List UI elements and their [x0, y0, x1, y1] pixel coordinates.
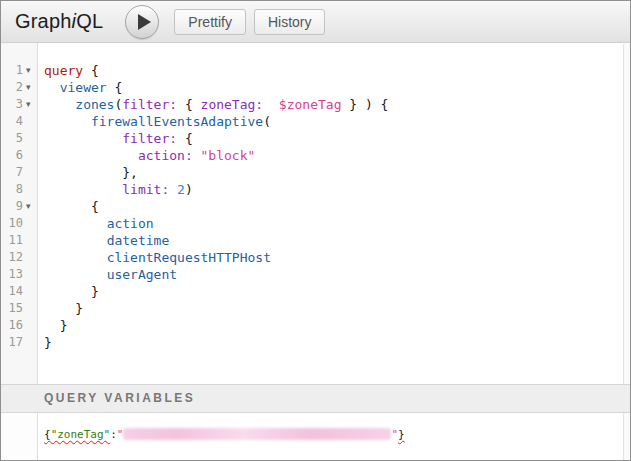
code-token-def: "zoneTag" — [51, 428, 111, 441]
code-line[interactable]: 5 filter: { — [1, 130, 630, 147]
execute-query-button[interactable] — [125, 5, 159, 39]
code-line[interactable]: 8 limit: 2) — [1, 181, 630, 198]
code-line[interactable]: 12 clientRequestHTTPHost — [1, 249, 630, 266]
fold-gutter-spacer — [23, 130, 38, 147]
code-token-attribute: filter: — [122, 131, 177, 146]
fold-gutter-spacer — [23, 147, 38, 164]
code-token-punct: }, — [44, 165, 138, 180]
code-token-attribute: filter: — [122, 97, 177, 112]
play-icon — [138, 14, 151, 30]
code-line-text[interactable]: } — [44, 300, 83, 317]
redacted-zone-tag-value — [123, 428, 391, 440]
code-token-property: action — [107, 216, 154, 231]
code-line[interactable]: 10 action — [1, 215, 630, 232]
fold-arrow-icon[interactable]: ▾ — [23, 79, 38, 96]
code-line[interactable]: 15 } — [1, 300, 630, 317]
variables-line[interactable]: 1 {"zoneTag":""} — [1, 413, 630, 430]
code-token-punct — [44, 131, 122, 146]
code-line[interactable]: 2▾ viewer { — [1, 79, 630, 96]
code-token-attribute: limit: — [122, 182, 169, 197]
code-token-punct: } ) { — [341, 97, 388, 112]
code-token-punct: } — [44, 335, 52, 350]
code-line-text[interactable]: } — [44, 334, 52, 351]
code-line-text[interactable]: action — [44, 215, 154, 232]
variables-gutter — [1, 413, 38, 460]
code-line-text[interactable]: zones(filter: { zoneTag: $zoneTag } ) { — [44, 96, 388, 113]
code-token-punct: } — [44, 301, 83, 316]
code-line-text[interactable]: viewer { — [44, 79, 122, 96]
line-number: 6 — [1, 147, 23, 164]
fold-gutter-spacer — [23, 215, 38, 232]
graphiql-window: GraphiQL Prettify History 1▾query {2▾ vi… — [0, 0, 631, 461]
code-line-text[interactable]: datetime — [44, 232, 169, 249]
code-line-text[interactable]: firewallEventsAdaptive( — [44, 113, 271, 130]
code-line[interactable]: 9▾ { — [1, 198, 630, 215]
code-token-punct: { — [177, 97, 200, 112]
code-line[interactable]: 6 action: "block" — [1, 147, 630, 164]
code-token-punct — [44, 80, 60, 95]
query-variables-header[interactable]: QUERY VARIABLES — [1, 384, 630, 413]
code-token-punct: { — [107, 80, 123, 95]
fold-arrow-icon[interactable]: ▾ — [23, 96, 38, 113]
line-number: 12 — [1, 249, 23, 266]
code-line[interactable]: 14 } — [1, 283, 630, 300]
fold-gutter-spacer — [23, 181, 38, 198]
prettify-button[interactable]: Prettify — [174, 9, 246, 35]
variables-editor[interactable]: 1 {"zoneTag":""} — [1, 413, 630, 460]
code-token-string: " — [117, 428, 124, 441]
code-token-punct — [44, 114, 91, 129]
variables-line-text[interactable]: {"zoneTag":""} — [44, 427, 405, 430]
code-line-text[interactable]: userAgent — [44, 266, 177, 283]
code-line[interactable]: 17} — [1, 334, 630, 351]
code-line[interactable]: 7 }, — [1, 164, 630, 181]
query-editor[interactable]: 1▾query {2▾ viewer {3▾ zones(filter: { z… — [1, 43, 630, 384]
fold-gutter-spacer — [23, 164, 38, 181]
code-line[interactable]: 3▾ zones(filter: { zoneTag: $zoneTag } )… — [1, 96, 630, 113]
code-line-text[interactable]: query { — [44, 62, 99, 79]
code-line-text[interactable]: } — [44, 317, 67, 334]
fold-gutter-spacer — [23, 249, 38, 266]
history-button[interactable]: History — [254, 9, 326, 35]
fold-gutter-spacer — [23, 283, 38, 300]
code-line[interactable]: 1▾query { — [1, 62, 630, 79]
line-number: 3 — [1, 96, 23, 113]
code-line-text[interactable]: filter: { — [44, 130, 193, 147]
code-token-punct — [44, 250, 107, 265]
code-token-punct — [193, 148, 201, 163]
line-number: 11 — [1, 232, 23, 249]
code-line[interactable]: 16 } — [1, 317, 630, 334]
line-number: 1 — [1, 62, 23, 79]
line-number: 4 — [1, 113, 23, 130]
line-number: 7 — [1, 164, 23, 181]
fold-gutter-spacer — [23, 113, 38, 130]
fold-arrow-icon[interactable]: ▾ — [23, 198, 38, 215]
code-line[interactable]: 4 firewallEventsAdaptive( — [1, 113, 630, 130]
top-bar: GraphiQL Prettify History — [1, 1, 630, 43]
code-token-punct — [44, 267, 107, 282]
code-token-punct: ) — [185, 182, 193, 197]
code-line-text[interactable]: action: "block" — [44, 147, 255, 164]
code-line-text[interactable]: limit: 2) — [44, 181, 193, 198]
code-line[interactable]: 11 datetime — [1, 232, 630, 249]
code-token-punct — [169, 182, 177, 197]
code-token-punct: } — [398, 428, 405, 441]
code-line[interactable]: 13 userAgent — [1, 266, 630, 283]
line-number: 9 — [1, 198, 23, 215]
fold-gutter-spacer — [23, 266, 38, 283]
code-line-text[interactable]: }, — [44, 164, 138, 181]
code-line-text[interactable]: } — [44, 283, 99, 300]
code-token-punct — [44, 182, 122, 197]
code-token-punct: : — [110, 428, 117, 441]
fold-gutter-spacer — [23, 232, 38, 249]
fold-arrow-icon[interactable]: ▾ — [23, 62, 38, 79]
code-line-text[interactable]: clientRequestHTTPHost — [44, 249, 271, 266]
line-number: 8 — [1, 181, 23, 198]
line-number: 10 — [1, 215, 23, 232]
code-token-property: zones — [75, 97, 114, 112]
code-line-text[interactable]: { — [44, 198, 99, 215]
code-token-punct: { — [177, 131, 193, 146]
code-token-keyword: query — [44, 63, 83, 78]
code-token-punct: } — [44, 284, 99, 299]
code-token-punct: { — [83, 63, 99, 78]
line-number: 16 — [1, 317, 23, 334]
